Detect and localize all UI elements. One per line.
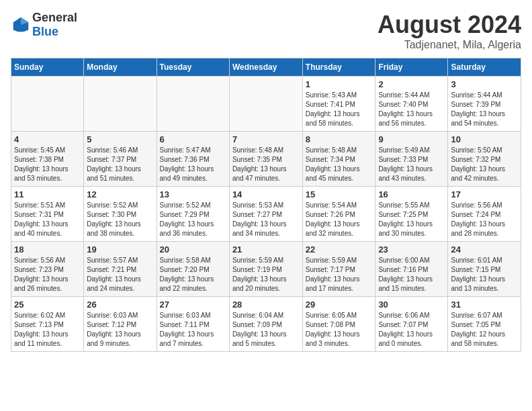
day-number: 2 (378, 79, 445, 89)
day-info: Sunrise: 5:57 AM Sunset: 7:21 PM Dayligh… (87, 256, 153, 293)
day-info: Sunrise: 5:58 AM Sunset: 7:20 PM Dayligh… (160, 256, 226, 293)
week-row-2: 4Sunrise: 5:45 AM Sunset: 7:38 PM Daylig… (11, 132, 521, 187)
day-cell: 26Sunrise: 6:03 AM Sunset: 7:12 PM Dayli… (84, 297, 157, 352)
day-number: 27 (160, 300, 226, 310)
day-cell: 17Sunrise: 5:56 AM Sunset: 7:24 PM Dayli… (448, 187, 521, 242)
day-number: 1 (306, 79, 373, 89)
day-number: 15 (306, 189, 373, 199)
day-number: 3 (451, 79, 518, 89)
day-number: 4 (14, 134, 81, 144)
day-number: 14 (232, 189, 300, 199)
day-cell: 20Sunrise: 5:58 AM Sunset: 7:20 PM Dayli… (157, 242, 229, 297)
day-cell: 2Sunrise: 5:44 AM Sunset: 7:40 PM Daylig… (375, 77, 448, 132)
day-info: Sunrise: 5:46 AM Sunset: 7:37 PM Dayligh… (87, 146, 153, 183)
day-number: 25 (14, 300, 81, 310)
day-number: 17 (451, 189, 518, 199)
day-cell: 1Sunrise: 5:43 AM Sunset: 7:41 PM Daylig… (302, 77, 375, 132)
header-row: SundayMondayTuesdayWednesdayThursdayFrid… (11, 58, 521, 77)
day-cell: 25Sunrise: 6:02 AM Sunset: 7:13 PM Dayli… (11, 297, 84, 352)
day-cell: 3Sunrise: 5:44 AM Sunset: 7:39 PM Daylig… (448, 77, 521, 132)
day-info: Sunrise: 6:04 AM Sunset: 7:09 PM Dayligh… (232, 311, 300, 349)
page-header: General Blue August 2024 Tadjenanet, Mil… (11, 11, 521, 51)
day-number: 19 (87, 244, 153, 255)
day-number: 13 (160, 189, 226, 199)
day-info: Sunrise: 5:47 AM Sunset: 7:36 PM Dayligh… (160, 146, 226, 183)
day-number: 31 (451, 300, 518, 310)
day-info: Sunrise: 5:55 AM Sunset: 7:25 PM Dayligh… (378, 201, 445, 238)
logo: General Blue (11, 11, 77, 39)
day-info: Sunrise: 5:43 AM Sunset: 7:41 PM Dayligh… (306, 91, 373, 128)
day-info: Sunrise: 6:00 AM Sunset: 7:16 PM Dayligh… (378, 256, 445, 293)
col-header-wednesday: Wednesday (229, 58, 302, 77)
day-number: 26 (87, 300, 153, 310)
day-cell: 24Sunrise: 6:01 AM Sunset: 7:15 PM Dayli… (448, 242, 521, 297)
day-info: Sunrise: 5:56 AM Sunset: 7:23 PM Dayligh… (14, 256, 81, 293)
week-row-3: 11Sunrise: 5:51 AM Sunset: 7:31 PM Dayli… (11, 187, 521, 242)
week-row-4: 18Sunrise: 5:56 AM Sunset: 7:23 PM Dayli… (11, 242, 521, 297)
day-cell: 23Sunrise: 6:00 AM Sunset: 7:16 PM Dayli… (375, 242, 448, 297)
day-info: Sunrise: 5:44 AM Sunset: 7:39 PM Dayligh… (451, 91, 518, 128)
col-header-saturday: Saturday (448, 58, 521, 77)
day-cell (157, 77, 229, 132)
day-cell: 4Sunrise: 5:45 AM Sunset: 7:38 PM Daylig… (11, 132, 84, 187)
day-cell: 13Sunrise: 5:52 AM Sunset: 7:29 PM Dayli… (157, 187, 229, 242)
day-info: Sunrise: 6:07 AM Sunset: 7:05 PM Dayligh… (451, 311, 518, 349)
day-number: 16 (378, 189, 445, 199)
day-cell: 8Sunrise: 5:48 AM Sunset: 7:34 PM Daylig… (302, 132, 375, 187)
day-cell: 30Sunrise: 6:06 AM Sunset: 7:07 PM Dayli… (375, 297, 448, 352)
day-info: Sunrise: 5:52 AM Sunset: 7:29 PM Dayligh… (160, 201, 226, 238)
day-cell: 14Sunrise: 5:53 AM Sunset: 7:27 PM Dayli… (229, 187, 302, 242)
day-cell: 28Sunrise: 6:04 AM Sunset: 7:09 PM Dayli… (229, 297, 302, 352)
day-cell: 7Sunrise: 5:48 AM Sunset: 7:35 PM Daylig… (229, 132, 302, 187)
day-info: Sunrise: 5:49 AM Sunset: 7:33 PM Dayligh… (378, 146, 445, 183)
day-info: Sunrise: 5:59 AM Sunset: 7:19 PM Dayligh… (232, 256, 300, 293)
day-info: Sunrise: 6:03 AM Sunset: 7:12 PM Dayligh… (87, 311, 153, 349)
day-info: Sunrise: 5:48 AM Sunset: 7:34 PM Dayligh… (306, 146, 373, 183)
day-cell: 11Sunrise: 5:51 AM Sunset: 7:31 PM Dayli… (11, 187, 84, 242)
col-header-friday: Friday (375, 58, 448, 77)
day-info: Sunrise: 5:56 AM Sunset: 7:24 PM Dayligh… (451, 201, 518, 238)
day-number: 22 (306, 244, 373, 255)
calendar-table: SundayMondayTuesdayWednesdayThursdayFrid… (11, 58, 521, 352)
logo-blue: Blue (32, 25, 58, 38)
day-number: 18 (14, 244, 81, 255)
col-header-thursday: Thursday (302, 58, 375, 77)
day-number: 6 (160, 134, 226, 144)
day-info: Sunrise: 6:03 AM Sunset: 7:11 PM Dayligh… (160, 311, 226, 349)
day-cell: 19Sunrise: 5:57 AM Sunset: 7:21 PM Dayli… (84, 242, 157, 297)
day-info: Sunrise: 5:51 AM Sunset: 7:31 PM Dayligh… (14, 201, 81, 238)
day-info: Sunrise: 6:02 AM Sunset: 7:13 PM Dayligh… (14, 311, 81, 349)
day-number: 7 (232, 134, 300, 144)
day-cell: 31Sunrise: 6:07 AM Sunset: 7:05 PM Dayli… (448, 297, 521, 352)
day-cell (229, 77, 302, 132)
logo-icon (11, 15, 31, 35)
col-header-tuesday: Tuesday (157, 58, 229, 77)
day-cell: 15Sunrise: 5:54 AM Sunset: 7:26 PM Dayli… (302, 187, 375, 242)
day-number: 8 (306, 134, 373, 144)
day-cell (11, 77, 84, 132)
day-number: 12 (87, 189, 153, 199)
location: Tadjenanet, Mila, Algeria (378, 39, 521, 51)
col-header-sunday: Sunday (11, 58, 84, 77)
day-info: Sunrise: 5:54 AM Sunset: 7:26 PM Dayligh… (306, 201, 373, 238)
day-number: 21 (232, 244, 300, 255)
day-number: 28 (232, 300, 300, 310)
day-cell: 5Sunrise: 5:46 AM Sunset: 7:37 PM Daylig… (84, 132, 157, 187)
day-info: Sunrise: 6:05 AM Sunset: 7:08 PM Dayligh… (306, 311, 373, 349)
day-info: Sunrise: 5:50 AM Sunset: 7:32 PM Dayligh… (451, 146, 518, 183)
day-cell: 6Sunrise: 5:47 AM Sunset: 7:36 PM Daylig… (157, 132, 229, 187)
day-number: 10 (451, 134, 518, 144)
week-row-5: 25Sunrise: 6:02 AM Sunset: 7:13 PM Dayli… (11, 297, 521, 352)
day-number: 9 (378, 134, 445, 144)
day-number: 29 (306, 300, 373, 310)
day-info: Sunrise: 5:52 AM Sunset: 7:30 PM Dayligh… (87, 201, 153, 238)
day-number: 30 (378, 300, 445, 310)
day-cell (84, 77, 157, 132)
day-info: Sunrise: 5:45 AM Sunset: 7:38 PM Dayligh… (14, 146, 81, 183)
title-section: August 2024 Tadjenanet, Mila, Algeria (378, 11, 521, 51)
day-cell: 12Sunrise: 5:52 AM Sunset: 7:30 PM Dayli… (84, 187, 157, 242)
day-cell: 18Sunrise: 5:56 AM Sunset: 7:23 PM Dayli… (11, 242, 84, 297)
week-row-1: 1Sunrise: 5:43 AM Sunset: 7:41 PM Daylig… (11, 77, 521, 132)
day-number: 23 (378, 244, 445, 255)
day-number: 24 (451, 244, 518, 255)
